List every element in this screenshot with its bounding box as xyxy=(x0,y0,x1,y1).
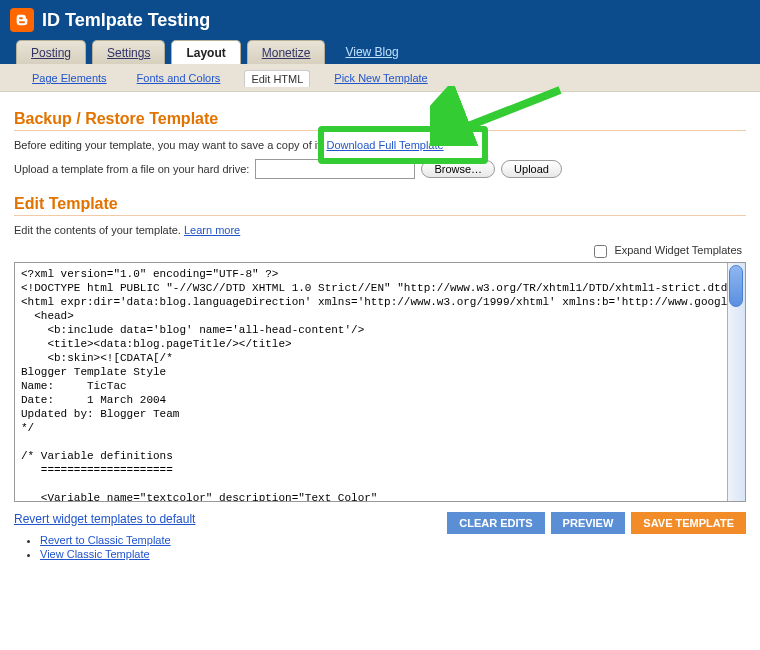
tab-settings[interactable]: Settings xyxy=(92,40,165,64)
subtab-pick-template[interactable]: Pick New Template xyxy=(328,70,433,87)
edit-desc: Edit the contents of your template. Lear… xyxy=(14,224,746,236)
revert-widgets-link[interactable]: Revert widget templates to default xyxy=(14,512,195,526)
tab-layout[interactable]: Layout xyxy=(171,40,240,64)
learn-more-link[interactable]: Learn more xyxy=(184,224,240,236)
download-full-template-link[interactable]: Download Full Template xyxy=(326,139,443,151)
sub-tabs: Page Elements Fonts and Colors Edit HTML… xyxy=(0,64,760,92)
subtab-edit-html[interactable]: Edit HTML xyxy=(244,70,310,87)
backup-note: Before editing your template, you may wa… xyxy=(14,139,746,151)
blogger-logo-icon xyxy=(10,8,34,32)
backup-heading: Backup / Restore Template xyxy=(14,110,746,131)
upload-file-input[interactable] xyxy=(255,159,415,179)
preview-button[interactable]: PREVIEW xyxy=(551,512,626,534)
template-code-box xyxy=(14,262,746,502)
header: ID Temlpate Testing Posting Settings Lay… xyxy=(0,0,760,64)
edit-desc-text: Edit the contents of your template. xyxy=(14,224,184,236)
upload-label: Upload a template from a file on your ha… xyxy=(14,163,249,175)
edit-heading: Edit Template xyxy=(14,195,746,216)
tab-posting[interactable]: Posting xyxy=(16,40,86,64)
subtab-fonts-colors[interactable]: Fonts and Colors xyxy=(131,70,227,87)
expand-widget-checkbox[interactable] xyxy=(594,245,607,258)
save-template-button[interactable]: SAVE TEMPLATE xyxy=(631,512,746,534)
code-scrollbar[interactable] xyxy=(727,263,745,501)
main-tabs: Posting Settings Layout Monetize View Bl… xyxy=(10,40,750,64)
upload-button[interactable]: Upload xyxy=(501,160,562,178)
browse-button[interactable]: Browse… xyxy=(421,160,495,178)
revert-classic-link[interactable]: Revert to Classic Template xyxy=(40,534,171,546)
tab-monetize[interactable]: Monetize xyxy=(247,40,326,64)
blog-title: ID Temlpate Testing xyxy=(42,10,210,31)
template-code-textarea[interactable] xyxy=(15,263,727,501)
expand-widget-label[interactable]: Expand Widget Templates xyxy=(594,244,742,256)
view-classic-link[interactable]: View Classic Template xyxy=(40,548,150,560)
backup-note-text: Before editing your template, you may wa… xyxy=(14,139,326,151)
content: Backup / Restore Template Before editing… xyxy=(0,92,760,574)
view-blog-link[interactable]: View Blog xyxy=(345,45,398,59)
expand-widget-text: Expand Widget Templates xyxy=(614,244,742,256)
subtab-page-elements[interactable]: Page Elements xyxy=(26,70,113,87)
clear-edits-button[interactable]: CLEAR EDITS xyxy=(447,512,544,534)
code-scroll-thumb[interactable] xyxy=(729,265,743,307)
